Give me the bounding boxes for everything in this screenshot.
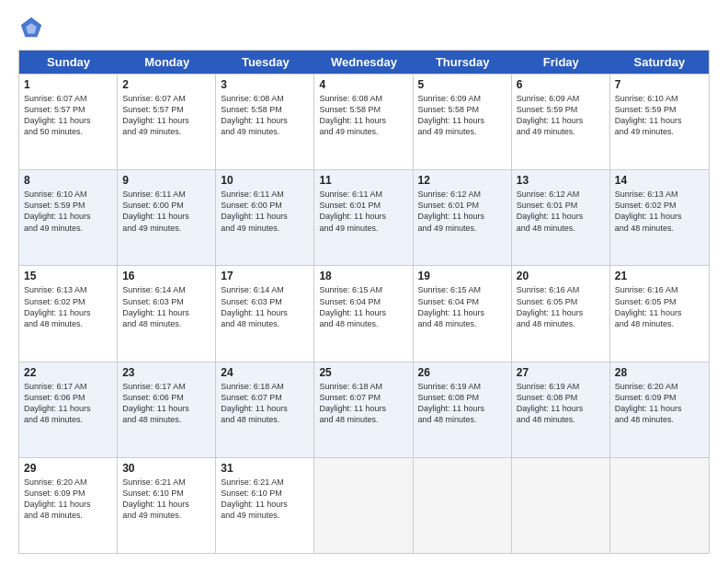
weekday-header-friday: Friday (512, 51, 610, 74)
day-number: 18 (319, 270, 407, 282)
day-number: 14 (615, 174, 704, 187)
day-info: Sunrise: 6:16 AM Sunset: 6:05 PM Dayligh… (517, 284, 605, 329)
calendar-body: 1Sunrise: 6:07 AM Sunset: 5:57 PM Daylig… (19, 74, 709, 553)
day-number: 29 (24, 462, 112, 475)
header (18, 15, 710, 40)
day-cell-12: 12Sunrise: 6:12 AM Sunset: 6:01 PM Dayli… (414, 170, 512, 265)
page: SundayMondayTuesdayWednesdayThursdayFrid… (0, 0, 728, 563)
day-number: 6 (517, 78, 605, 91)
calendar-row-0: 1Sunrise: 6:07 AM Sunset: 5:57 PM Daylig… (19, 74, 709, 169)
day-number: 11 (319, 174, 407, 187)
day-cell-26: 26Sunrise: 6:19 AM Sunset: 6:08 PM Dayli… (414, 362, 512, 457)
empty-cell (512, 458, 610, 553)
day-number: 10 (221, 174, 309, 187)
day-number: 20 (517, 270, 605, 282)
day-cell-4: 4Sunrise: 6:08 AM Sunset: 5:58 PM Daylig… (314, 75, 413, 169)
calendar-row-2: 15Sunrise: 6:13 AM Sunset: 6:02 PM Dayli… (19, 265, 709, 361)
day-info: Sunrise: 6:09 AM Sunset: 5:59 PM Dayligh… (517, 93, 605, 138)
day-info: Sunrise: 6:21 AM Sunset: 6:10 PM Dayligh… (221, 477, 309, 522)
logo (18, 15, 48, 40)
day-cell-25: 25Sunrise: 6:18 AM Sunset: 6:07 PM Dayli… (314, 362, 413, 457)
day-cell-2: 2Sunrise: 6:07 AM Sunset: 5:57 PM Daylig… (118, 75, 216, 169)
day-number: 2 (122, 78, 210, 91)
day-number: 21 (615, 270, 704, 282)
day-info: Sunrise: 6:17 AM Sunset: 6:06 PM Dayligh… (24, 381, 112, 426)
day-info: Sunrise: 6:11 AM Sunset: 6:00 PM Dayligh… (221, 189, 309, 234)
day-number: 23 (122, 366, 210, 379)
day-info: Sunrise: 6:08 AM Sunset: 5:58 PM Dayligh… (221, 93, 309, 138)
day-cell-3: 3Sunrise: 6:08 AM Sunset: 5:58 PM Daylig… (216, 75, 314, 169)
day-info: Sunrise: 6:12 AM Sunset: 6:01 PM Dayligh… (418, 189, 506, 234)
day-cell-20: 20Sunrise: 6:16 AM Sunset: 6:05 PM Dayli… (512, 266, 610, 361)
day-info: Sunrise: 6:14 AM Sunset: 6:03 PM Dayligh… (122, 284, 210, 329)
day-info: Sunrise: 6:19 AM Sunset: 6:08 PM Dayligh… (517, 381, 605, 426)
day-number: 8 (24, 174, 112, 187)
day-info: Sunrise: 6:10 AM Sunset: 5:59 PM Dayligh… (24, 189, 112, 234)
day-cell-30: 30Sunrise: 6:21 AM Sunset: 6:10 PM Dayli… (118, 458, 216, 553)
day-cell-8: 8Sunrise: 6:10 AM Sunset: 5:59 PM Daylig… (19, 170, 118, 265)
day-cell-9: 9Sunrise: 6:11 AM Sunset: 6:00 PM Daylig… (118, 170, 216, 265)
calendar-row-1: 8Sunrise: 6:10 AM Sunset: 5:59 PM Daylig… (19, 169, 709, 265)
day-number: 3 (221, 78, 309, 91)
day-info: Sunrise: 6:07 AM Sunset: 5:57 PM Dayligh… (24, 93, 112, 138)
empty-cell (314, 458, 413, 553)
day-number: 9 (122, 174, 210, 187)
empty-cell (610, 458, 709, 553)
day-info: Sunrise: 6:14 AM Sunset: 6:03 PM Dayligh… (221, 284, 309, 329)
day-number: 28 (615, 366, 704, 379)
day-info: Sunrise: 6:11 AM Sunset: 6:00 PM Dayligh… (122, 189, 210, 234)
day-info: Sunrise: 6:15 AM Sunset: 6:04 PM Dayligh… (319, 284, 407, 329)
day-info: Sunrise: 6:16 AM Sunset: 6:05 PM Dayligh… (615, 284, 704, 329)
day-cell-1: 1Sunrise: 6:07 AM Sunset: 5:57 PM Daylig… (19, 75, 118, 169)
logo-icon (18, 15, 44, 40)
day-number: 16 (122, 270, 210, 282)
day-info: Sunrise: 6:12 AM Sunset: 6:01 PM Dayligh… (517, 189, 605, 234)
day-info: Sunrise: 6:18 AM Sunset: 6:07 PM Dayligh… (221, 381, 309, 426)
day-info: Sunrise: 6:17 AM Sunset: 6:06 PM Dayligh… (122, 381, 210, 426)
day-cell-6: 6Sunrise: 6:09 AM Sunset: 5:59 PM Daylig… (512, 75, 610, 169)
day-info: Sunrise: 6:20 AM Sunset: 6:09 PM Dayligh… (615, 381, 704, 426)
calendar-row-4: 29Sunrise: 6:20 AM Sunset: 6:09 PM Dayli… (19, 457, 709, 553)
weekday-header-wednesday: Wednesday (314, 51, 413, 74)
day-cell-7: 7Sunrise: 6:10 AM Sunset: 5:59 PM Daylig… (610, 75, 709, 169)
day-number: 19 (418, 270, 506, 282)
day-number: 17 (221, 270, 309, 282)
day-number: 31 (221, 462, 309, 475)
day-number: 15 (24, 270, 112, 282)
day-number: 26 (418, 366, 506, 379)
day-info: Sunrise: 6:08 AM Sunset: 5:58 PM Dayligh… (319, 93, 407, 138)
day-info: Sunrise: 6:10 AM Sunset: 5:59 PM Dayligh… (615, 93, 704, 138)
day-info: Sunrise: 6:07 AM Sunset: 5:57 PM Dayligh… (122, 93, 210, 138)
day-number: 13 (517, 174, 605, 187)
day-number: 4 (319, 78, 407, 91)
day-info: Sunrise: 6:19 AM Sunset: 6:08 PM Dayligh… (418, 381, 506, 426)
day-number: 22 (24, 366, 112, 379)
day-cell-18: 18Sunrise: 6:15 AM Sunset: 6:04 PM Dayli… (314, 266, 413, 361)
day-number: 5 (418, 78, 506, 91)
day-info: Sunrise: 6:15 AM Sunset: 6:04 PM Dayligh… (418, 284, 506, 329)
calendar-row-3: 22Sunrise: 6:17 AM Sunset: 6:06 PM Dayli… (19, 362, 709, 457)
empty-cell (414, 458, 512, 553)
day-cell-29: 29Sunrise: 6:20 AM Sunset: 6:09 PM Dayli… (19, 458, 118, 553)
day-cell-22: 22Sunrise: 6:17 AM Sunset: 6:06 PM Dayli… (19, 362, 118, 457)
day-cell-31: 31Sunrise: 6:21 AM Sunset: 6:10 PM Dayli… (216, 458, 314, 553)
day-info: Sunrise: 6:11 AM Sunset: 6:01 PM Dayligh… (319, 189, 407, 234)
day-number: 30 (122, 462, 210, 475)
day-cell-17: 17Sunrise: 6:14 AM Sunset: 6:03 PM Dayli… (216, 266, 314, 361)
day-cell-23: 23Sunrise: 6:17 AM Sunset: 6:06 PM Dayli… (118, 362, 216, 457)
weekday-header-monday: Monday (118, 51, 216, 74)
day-cell-28: 28Sunrise: 6:20 AM Sunset: 6:09 PM Dayli… (610, 362, 709, 457)
day-cell-27: 27Sunrise: 6:19 AM Sunset: 6:08 PM Dayli… (512, 362, 610, 457)
day-cell-15: 15Sunrise: 6:13 AM Sunset: 6:02 PM Dayli… (19, 266, 118, 361)
day-cell-16: 16Sunrise: 6:14 AM Sunset: 6:03 PM Dayli… (118, 266, 216, 361)
day-cell-14: 14Sunrise: 6:13 AM Sunset: 6:02 PM Dayli… (610, 170, 709, 265)
calendar-header: SundayMondayTuesdayWednesdayThursdayFrid… (19, 51, 709, 74)
day-number: 1 (24, 78, 112, 91)
day-cell-11: 11Sunrise: 6:11 AM Sunset: 6:01 PM Dayli… (314, 170, 413, 265)
calendar: SundayMondayTuesdayWednesdayThursdayFrid… (18, 50, 710, 554)
day-number: 24 (221, 366, 309, 379)
weekday-header-thursday: Thursday (414, 51, 512, 74)
day-info: Sunrise: 6:18 AM Sunset: 6:07 PM Dayligh… (319, 381, 407, 426)
day-number: 12 (418, 174, 506, 187)
day-info: Sunrise: 6:13 AM Sunset: 6:02 PM Dayligh… (24, 284, 112, 329)
